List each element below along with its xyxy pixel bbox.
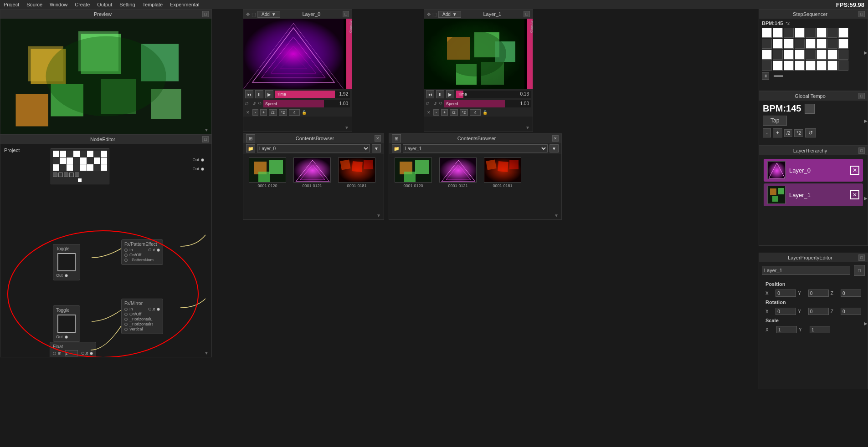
layer0-plus-btn[interactable]: + (260, 109, 267, 116)
layer1-minus-btn[interactable]: - (433, 109, 439, 116)
seq-step[interactable] (784, 28, 794, 38)
seq-step[interactable] (827, 39, 837, 49)
global-tempo-minus-btn[interactable]: - (763, 128, 771, 137)
layer-property-x-input[interactable] (776, 290, 796, 297)
layer1-close-btn[interactable]: □ (524, 11, 530, 17)
layer0-minus-btn[interactable]: - (252, 109, 258, 116)
out-port-dot2[interactable] (201, 168, 204, 171)
seq-step[interactable] (795, 39, 805, 49)
seq-cell[interactable] (53, 151, 59, 157)
seq-cell[interactable] (94, 164, 100, 171)
seq-cell[interactable] (94, 151, 100, 157)
seq-cell[interactable] (67, 151, 73, 157)
seq-step[interactable] (827, 50, 837, 60)
layer1-sync-icon[interactable]: /2 (426, 102, 430, 106)
contents0-thumb-1[interactable]: 0001-0121 (292, 157, 333, 188)
seq-step[interactable] (795, 28, 805, 38)
contents1-pin-btn[interactable]: ⊞ (392, 134, 401, 142)
layer0-value-input[interactable] (289, 109, 300, 116)
contents1-chevron-btn[interactable]: ▼ (550, 144, 559, 152)
layer0-move-icon[interactable]: ✥ (246, 12, 250, 17)
layer1-speed-bar[interactable]: Speed 1.00 (444, 100, 531, 107)
toggle1-out-dot[interactable] (65, 274, 68, 277)
menu-output[interactable]: Output (97, 2, 112, 7)
layer1-double-btn[interactable]: *2 (460, 109, 468, 116)
stepseq-close-btn[interactable]: □ (858, 11, 865, 17)
contents0-layer-select[interactable]: Layer_0 (257, 144, 370, 152)
seq-step[interactable] (817, 50, 827, 60)
contents1-folder-btn[interactable]: 📁 (392, 144, 401, 152)
layer0-half-btn[interactable]: /2 (269, 109, 277, 116)
global-tempo-double-btn[interactable]: *2 (794, 129, 803, 137)
seq-step[interactable] (762, 39, 772, 49)
seq-step[interactable] (827, 61, 837, 71)
seq-step[interactable] (795, 61, 805, 71)
seq-cell[interactable] (73, 164, 80, 171)
layer1-play-btn[interactable]: ▶ (446, 90, 454, 98)
menu-window[interactable]: Window (50, 2, 67, 7)
layer1-reset-icon[interactable]: ↺ (433, 102, 437, 106)
layer1-lock-icon[interactable]: 🔒 (483, 110, 488, 115)
layer-property-z-input[interactable] (841, 290, 861, 297)
layer-hierarchy-delete-1[interactable]: ✕ (850, 190, 859, 199)
layer-property-expand-btn[interactable]: □ (854, 265, 865, 276)
fx-pattern-in-dot[interactable] (124, 249, 128, 252)
layer-property-sy-input[interactable] (810, 326, 830, 333)
seq-cell[interactable] (87, 164, 93, 171)
seq-step[interactable] (838, 39, 848, 49)
layer1-half-btn[interactable]: /2 (450, 109, 458, 116)
seq-cell[interactable] (80, 157, 87, 164)
layer1-double-icon[interactable]: *2 (439, 102, 443, 106)
layer-property-ry-input[interactable] (808, 308, 829, 315)
toggle2-out-dot[interactable] (65, 335, 68, 339)
layer-property-rx-input[interactable] (776, 308, 796, 315)
layer0-reset-icon[interactable]: ↺ (252, 102, 256, 106)
layer0-pause-btn[interactable]: ⏸ (255, 90, 263, 98)
fx-pattern-onoff-dot[interactable] (124, 254, 128, 257)
global-tempo-reset-btn[interactable]: ↺ (805, 128, 816, 137)
node-editor-content[interactable]: Project (0, 144, 211, 357)
seq-cell[interactable] (60, 157, 66, 164)
contents0-close-btn[interactable]: ✕ (375, 135, 381, 142)
float-out-dot[interactable] (90, 352, 93, 355)
seq-step[interactable] (773, 50, 783, 60)
preview-close-btn[interactable]: □ (202, 11, 209, 17)
float-in-dot[interactable] (53, 352, 56, 355)
seq-cell[interactable] (60, 164, 66, 171)
seq-step[interactable] (817, 28, 827, 38)
seq-step[interactable] (827, 28, 837, 38)
seq-cell[interactable] (101, 164, 107, 171)
layer0-double-btn[interactable]: *2 (279, 109, 288, 116)
layer1-rewind-btn[interactable]: ⏮ (426, 90, 434, 98)
menu-create[interactable]: Create (75, 2, 90, 7)
seq-step[interactable] (838, 28, 848, 38)
global-tempo-tap-btn[interactable]: Tap (763, 116, 787, 126)
seq-cell[interactable] (53, 157, 59, 164)
fx-mirror-in-dot[interactable] (124, 308, 128, 311)
menu-setting[interactable]: Setting (119, 2, 135, 7)
seq-step[interactable] (784, 50, 794, 60)
layer1-select-icon[interactable]: ⬚ (432, 12, 437, 17)
seq-step[interactable] (806, 50, 816, 60)
seq-cell-small[interactable] (69, 173, 74, 177)
seq-step[interactable] (806, 39, 816, 49)
seq-cell[interactable] (80, 151, 87, 157)
seq-step[interactable] (773, 61, 783, 71)
layer1-opacity-fill[interactable] (527, 19, 533, 89)
layer1-plus-btn[interactable]: + (441, 109, 448, 116)
seq-cell-small[interactable] (75, 173, 79, 177)
seq-cell[interactable] (87, 151, 93, 157)
seq-step[interactable] (762, 28, 772, 38)
menu-project[interactable]: Project (4, 2, 19, 7)
seq-step[interactable] (762, 50, 772, 60)
layer0-lock-icon[interactable]: 🔒 (302, 110, 307, 115)
fx-mirror-vert-dot[interactable] (124, 328, 128, 331)
layer-property-close-btn[interactable]: □ (858, 254, 865, 261)
node-editor-close-btn[interactable]: □ (202, 136, 209, 142)
seq-cell[interactable] (67, 157, 73, 164)
seq-cell-small[interactable] (53, 173, 57, 177)
contents0-thumb-2[interactable]: 0001-0181 (336, 157, 377, 188)
seq-step[interactable] (795, 50, 805, 60)
seq-cell-small[interactable] (64, 173, 68, 177)
seq-cell[interactable] (80, 164, 87, 171)
